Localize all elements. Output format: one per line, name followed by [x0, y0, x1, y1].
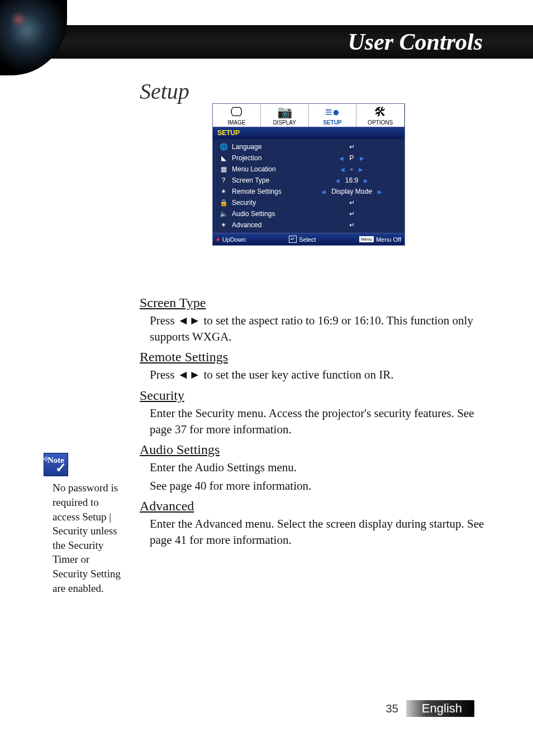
- body-text: Screen TypePress ◄► to set the aspect ra…: [140, 290, 486, 550]
- subsection-heading: Security: [140, 386, 486, 404]
- section-title: Setup: [140, 78, 189, 104]
- osd-row[interactable]: ◣Projection◀P▶: [213, 152, 404, 164]
- row-label: Language: [232, 143, 304, 151]
- tools-icon: 🛠: [356, 106, 404, 118]
- subsection-heading: Screen Type: [140, 294, 486, 312]
- row-label: Screen Type: [232, 176, 304, 184]
- osd-tab-display[interactable]: 📷 DISPLAY: [261, 104, 309, 127]
- row-value: ◀P▶: [304, 154, 399, 162]
- language-chip: English: [406, 700, 474, 717]
- osd-row[interactable]: ✶Advanced↵: [213, 219, 404, 231]
- arrow-left-icon: ◀: [321, 189, 326, 195]
- osd-bar: SETUP: [213, 127, 404, 139]
- osd-tab-label: IMAGE: [227, 119, 245, 126]
- footer-updown-label: UpDown: [222, 236, 246, 243]
- row-icon: 🌐: [218, 143, 229, 151]
- row-value: ◀16:9▶: [304, 176, 399, 184]
- osd-body: 🌐Language↵◣Projection◀P▶▦Menu Location◀▫…: [213, 139, 404, 233]
- enter-icon: ↵: [349, 210, 355, 218]
- row-value: ◀Display Mode▶: [304, 188, 399, 195]
- footer-menu-label: Menu Off: [376, 236, 401, 243]
- osd-row[interactable]: 🌐Language↵: [213, 141, 404, 152]
- osd-row[interactable]: ▦Menu Location◀▫▶: [213, 164, 404, 175]
- arrow-left-icon: ◀: [340, 166, 345, 173]
- subsection-heading: Advanced: [140, 497, 486, 515]
- osd-row[interactable]: 🔈Audio Settings↵: [213, 208, 404, 219]
- arrow-right-icon: ▶: [364, 178, 368, 184]
- arrow-right-icon: ▶: [359, 166, 363, 173]
- note-body: No password is required to access Setup …: [53, 481, 127, 595]
- lens-decoration: [0, 0, 67, 75]
- row-icon: 🔒: [218, 199, 229, 207]
- osd-row[interactable]: 🔒Security↵: [213, 197, 404, 208]
- arrow-right-icon: ▶: [378, 189, 382, 195]
- subsection-paragraph: Press ◄► to set the aspect ratio to 16:9…: [150, 313, 486, 344]
- row-value: ↵: [304, 199, 399, 207]
- subsection-paragraph: Press ◄► to set the user key active func…: [150, 367, 486, 382]
- arrow-left-icon: ◀: [339, 155, 344, 161]
- enter-icon: ↵: [289, 236, 297, 243]
- subsection-heading: Remote Settings: [140, 348, 486, 366]
- osd-tab-options[interactable]: 🛠 OPTIONS: [356, 104, 404, 127]
- menu-chip: Menu: [359, 236, 374, 242]
- row-value-text: Display Mode: [331, 188, 372, 195]
- subsection-paragraph: Enter the Audio Settings menu.: [150, 460, 486, 475]
- row-value-text: P: [349, 154, 354, 162]
- row-icon: ▦: [218, 165, 229, 173]
- row-label: Advanced: [232, 221, 304, 229]
- osd-tabs: 🖵 IMAGE 📷 DISPLAY ≡● SETUP 🛠 OPTIONS: [213, 104, 404, 127]
- row-icon: ✶: [218, 221, 229, 229]
- arrow-right-icon: ▶: [360, 155, 364, 161]
- row-label: Security: [232, 199, 304, 207]
- header-title: User Controls: [348, 28, 483, 55]
- row-value: ↵: [304, 143, 399, 151]
- osd-row[interactable]: ?Screen Type◀16:9▶: [213, 175, 404, 186]
- osd-footer: ♦ UpDown ↵ Select Menu Menu Off: [213, 233, 404, 245]
- osd-tab-label: DISPLAY: [273, 119, 296, 126]
- row-label: Remote Settings: [232, 188, 304, 195]
- page-number: 35: [386, 702, 398, 715]
- bullet-icon: ❖: [42, 454, 50, 465]
- footer-updown: ♦ UpDown: [216, 235, 246, 243]
- subsection-heading: Audio Settings: [140, 441, 486, 458]
- osd-row[interactable]: ✶Remote Settings◀Display Mode▶: [213, 186, 404, 197]
- updown-icon: ♦: [216, 235, 220, 243]
- enter-icon: ↵: [349, 199, 355, 207]
- row-label: Projection: [232, 154, 304, 162]
- note-box: Note ❖ No password is required to access…: [44, 452, 127, 595]
- camera-icon: 📷: [261, 106, 308, 118]
- osd-panel: 🖵 IMAGE 📷 DISPLAY ≡● SETUP 🛠 OPTIONS SET…: [212, 103, 405, 246]
- row-label: Menu Location: [232, 165, 304, 173]
- osd-tab-label: SETUP: [323, 119, 341, 126]
- footer-menu: Menu Menu Off: [359, 235, 401, 243]
- header-band: User Controls: [0, 25, 533, 59]
- sliders-icon: ≡●: [309, 106, 356, 118]
- osd-tab-setup[interactable]: ≡● SETUP: [309, 104, 357, 127]
- page-footer: 35 English: [0, 700, 533, 717]
- row-label: Audio Settings: [232, 210, 304, 218]
- enter-icon: ↵: [349, 221, 355, 229]
- row-icon: 🔈: [218, 210, 229, 218]
- monitor-icon: 🖵: [213, 106, 260, 118]
- row-value-text: 16:9: [345, 176, 358, 184]
- row-value: ↵: [304, 210, 399, 218]
- footer-select-label: Select: [299, 236, 316, 243]
- footer-select: ↵ Select: [289, 235, 316, 243]
- row-value-text: ▫: [350, 165, 353, 173]
- subsection-paragraph: Enter the Advanced menu. Select the scre…: [150, 516, 486, 548]
- subsection-paragraph: See page 40 for more information.: [150, 478, 486, 494]
- row-icon: ✶: [218, 188, 229, 195]
- osd-tab-image[interactable]: 🖵 IMAGE: [213, 104, 261, 127]
- row-icon: ?: [218, 176, 229, 184]
- enter-icon: ↵: [349, 143, 355, 151]
- subsection-paragraph: Enter the Security menu. Access the proj…: [150, 405, 486, 437]
- arrow-left-icon: ◀: [335, 178, 340, 184]
- row-icon: ◣: [218, 154, 229, 162]
- row-value: ↵: [304, 221, 399, 229]
- row-value: ◀▫▶: [304, 165, 399, 173]
- osd-tab-label: OPTIONS: [368, 119, 393, 126]
